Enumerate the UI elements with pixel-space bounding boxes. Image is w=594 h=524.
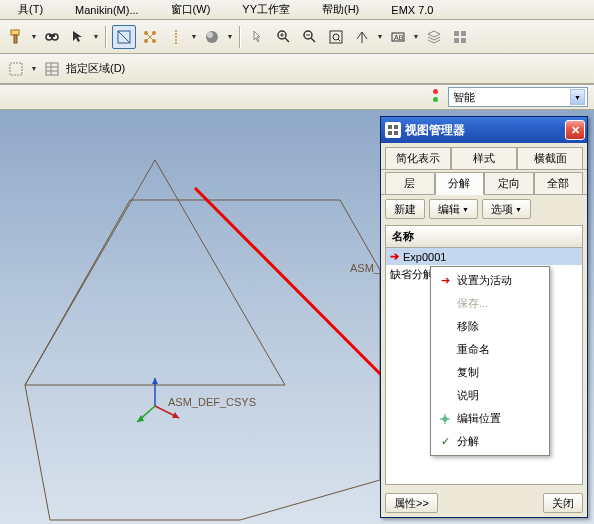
dialog-titlebar[interactable]: 视图管理器 ✕ bbox=[381, 117, 587, 143]
tab-xsection[interactable]: 横截面 bbox=[517, 147, 583, 169]
tab-layer[interactable]: 层 bbox=[385, 172, 435, 194]
secondary-toolbar: ▼ 指定区域(D) bbox=[0, 54, 594, 84]
red-arrow-icon: ➔ bbox=[437, 274, 453, 287]
separator bbox=[239, 26, 241, 48]
button-row: 新建 编辑▼ 选项▼ bbox=[381, 195, 587, 223]
svg-line-25 bbox=[338, 39, 340, 41]
ctx-remove[interactable]: 移除 bbox=[433, 315, 547, 338]
item-label: Exp0001 bbox=[403, 251, 446, 263]
traffic-light-icon bbox=[430, 88, 442, 106]
svg-rect-52 bbox=[388, 131, 392, 135]
tab-style[interactable]: 样式 bbox=[451, 147, 517, 169]
datum-plane-icon[interactable] bbox=[138, 25, 162, 49]
dialog-icon bbox=[385, 122, 401, 138]
svg-rect-50 bbox=[388, 125, 392, 129]
tab-orient[interactable]: 定向 bbox=[484, 172, 534, 194]
svg-line-17 bbox=[285, 38, 289, 42]
svg-marker-43 bbox=[152, 378, 158, 384]
view-manager-icon[interactable] bbox=[448, 25, 472, 49]
svg-line-6 bbox=[118, 31, 130, 43]
item-label: 缺省分解 bbox=[390, 267, 434, 282]
status-bar: 智能 ▼ bbox=[0, 84, 594, 110]
binoculars-icon[interactable] bbox=[40, 25, 64, 49]
ctx-save: 保存... bbox=[433, 292, 547, 315]
separator bbox=[105, 26, 107, 48]
new-button[interactable]: 新建 bbox=[385, 199, 425, 219]
svg-rect-31 bbox=[454, 38, 459, 43]
select-tool-icon[interactable] bbox=[66, 25, 90, 49]
properties-button[interactable]: 属性>> bbox=[385, 493, 438, 513]
dropdown-icon[interactable]: ▼ bbox=[226, 33, 234, 40]
tab-all[interactable]: 全部 bbox=[534, 172, 584, 194]
tab-row-1: 简化表示 样式 横截面 bbox=[381, 143, 587, 170]
zoom-out-icon[interactable] bbox=[298, 25, 322, 49]
active-arrow-icon: ➔ bbox=[390, 250, 399, 263]
table-icon[interactable] bbox=[42, 59, 62, 79]
box-select-icon[interactable] bbox=[6, 59, 26, 79]
saved-view-icon[interactable]: AB bbox=[386, 25, 410, 49]
datum-axis-icon[interactable] bbox=[164, 25, 188, 49]
options-button[interactable]: 选项▼ bbox=[482, 199, 531, 219]
svg-rect-23 bbox=[330, 31, 342, 43]
svg-rect-51 bbox=[394, 125, 398, 129]
dropdown-icon[interactable]: ▼ bbox=[30, 65, 38, 72]
area-label: 指定区域(D) bbox=[66, 61, 125, 76]
svg-rect-34 bbox=[46, 63, 58, 75]
dialog-footer: 属性>> 关闭 bbox=[381, 489, 587, 517]
ctx-edit-position[interactable]: 编辑位置 bbox=[433, 407, 547, 430]
svg-rect-30 bbox=[461, 31, 466, 36]
svg-rect-32 bbox=[461, 38, 466, 43]
dropdown-icon[interactable]: ▼ bbox=[92, 33, 100, 40]
menu-yy[interactable]: YY工作室 bbox=[226, 0, 306, 19]
tab-simplify[interactable]: 简化表示 bbox=[385, 147, 451, 169]
csys-label: ASM_DEF_CSYS bbox=[168, 396, 256, 408]
close-dialog-button[interactable]: 关闭 bbox=[543, 493, 583, 513]
main-toolbar: ▼ ▼ ▼ ▼ ▼ AB ▼ bbox=[0, 20, 594, 54]
menu-help[interactable]: 帮助(H) bbox=[306, 0, 375, 19]
pointer-icon[interactable] bbox=[246, 25, 270, 49]
dropdown-icon[interactable]: ▼ bbox=[376, 33, 384, 40]
svg-rect-1 bbox=[14, 35, 17, 43]
svg-rect-4 bbox=[49, 35, 55, 37]
tab-row-2: 层 分解 定向 全部 bbox=[381, 170, 587, 195]
svg-marker-39 bbox=[25, 160, 285, 385]
edit-position-icon bbox=[437, 412, 453, 426]
zoom-fit-icon[interactable] bbox=[324, 25, 348, 49]
dropdown-icon[interactable]: ▼ bbox=[190, 33, 198, 40]
display-style-icon[interactable] bbox=[112, 25, 136, 49]
check-icon: ✓ bbox=[437, 435, 453, 448]
list-header[interactable]: 名称 bbox=[385, 225, 583, 248]
ctx-description[interactable]: 说明 bbox=[433, 384, 547, 407]
menu-window[interactable]: 窗口(W) bbox=[155, 0, 227, 19]
svg-rect-33 bbox=[10, 63, 22, 75]
tab-explode[interactable]: 分解 bbox=[435, 172, 485, 195]
svg-line-21 bbox=[311, 38, 315, 42]
dialog-title: 视图管理器 bbox=[405, 122, 465, 139]
menu-tools[interactable]: 具(T) bbox=[2, 0, 59, 19]
close-button[interactable]: ✕ bbox=[565, 120, 585, 140]
svg-text:AB: AB bbox=[394, 34, 404, 41]
ctx-explode[interactable]: ✓ 分解 bbox=[433, 430, 547, 453]
ctx-set-active[interactable]: ➔ 设置为活动 bbox=[433, 269, 547, 292]
zoom-in-icon[interactable] bbox=[272, 25, 296, 49]
ctx-copy[interactable]: 复制 bbox=[433, 361, 547, 384]
menu-manikin[interactable]: Manikin(M)... bbox=[59, 2, 155, 18]
svg-rect-29 bbox=[454, 31, 459, 36]
menu-emx[interactable]: EMX 7.0 bbox=[375, 2, 449, 18]
edit-button[interactable]: 编辑▼ bbox=[429, 199, 478, 219]
shaded-icon[interactable] bbox=[200, 25, 224, 49]
svg-point-15 bbox=[207, 32, 213, 38]
chevron-down-icon[interactable]: ▼ bbox=[570, 89, 585, 105]
svg-marker-38 bbox=[25, 200, 380, 520]
filter-combo[interactable]: 智能 ▼ bbox=[448, 87, 588, 107]
ctx-rename[interactable]: 重命名 bbox=[433, 338, 547, 361]
dropdown-icon[interactable]: ▼ bbox=[412, 33, 420, 40]
format-painter-icon[interactable] bbox=[4, 25, 28, 49]
context-menu: ➔ 设置为活动 保存... 移除 重命名 复制 说明 编辑位置 ✓ 分解 bbox=[430, 266, 550, 456]
svg-rect-0 bbox=[11, 30, 19, 35]
orient-icon[interactable] bbox=[350, 25, 374, 49]
dropdown-icon[interactable]: ▼ bbox=[30, 33, 38, 40]
menu-bar: 具(T) Manikin(M)... 窗口(W) YY工作室 帮助(H) EMX… bbox=[0, 0, 594, 20]
list-item-exp0001[interactable]: ➔ Exp0001 bbox=[386, 248, 582, 265]
layers-icon[interactable] bbox=[422, 25, 446, 49]
